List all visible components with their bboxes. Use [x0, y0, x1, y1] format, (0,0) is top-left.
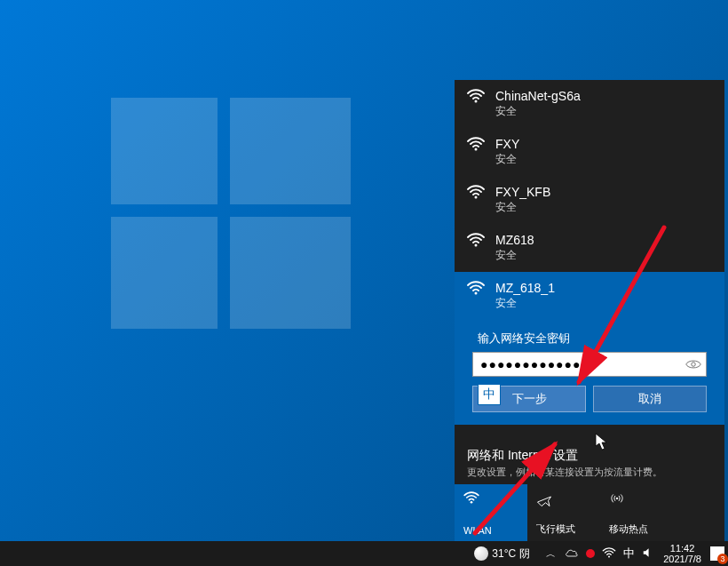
taskbar: 31°C 阴 ︿ 中 11:42 2021/7/8 3	[0, 541, 728, 566]
network-security: 安全	[495, 200, 550, 215]
tray-group: 中	[565, 546, 654, 562]
tile-label: WLAN	[463, 525, 492, 536]
network-item[interactable]: ChinaNet-gS6a 安全	[455, 80, 724, 128]
wifi-icon	[467, 137, 485, 154]
tile-airplane[interactable]: 飞行模式	[527, 484, 600, 541]
taskbar-time: 11:42	[663, 543, 701, 554]
svg-point-6	[471, 501, 473, 504]
svg-point-0	[475, 100, 478, 103]
svg-point-2	[475, 196, 478, 199]
next-button[interactable]: 下一步	[472, 386, 586, 412]
weather-temp: 31°C	[492, 547, 516, 560]
network-name: MZ_618_1	[495, 281, 555, 296]
svg-point-5	[692, 363, 696, 367]
tray-overflow-icon[interactable]: ︿	[546, 547, 556, 561]
wifi-panel: ChinaNet-gS6a 安全 FXY 安全 FXY_KFB 安全	[455, 80, 724, 541]
airplane-icon	[536, 491, 552, 509]
cancel-button-label: 取消	[638, 391, 661, 407]
svg-point-1	[475, 148, 478, 151]
settings-title: 网络和 Internet 设置	[467, 448, 712, 464]
tile-hotspot[interactable]: 移动热点	[600, 484, 673, 541]
cancel-button[interactable]: 取消	[593, 386, 707, 412]
notification-badge: 3	[717, 554, 728, 564]
tile-label: 飞行模式	[536, 522, 575, 536]
network-item[interactable]: FXY 安全	[455, 128, 724, 176]
svg-point-3	[475, 244, 478, 247]
network-security: 安全	[495, 248, 534, 263]
network-name: MZ618	[495, 233, 534, 248]
taskbar-weather[interactable]: 31°C 阴	[474, 546, 530, 562]
ime-indicator[interactable]: 中	[623, 546, 635, 562]
network-security: 安全	[495, 152, 519, 167]
quick-tiles: WLAN 飞行模式 移动热点	[455, 484, 724, 541]
network-item[interactable]: FXY_KFB 安全	[455, 176, 724, 224]
network-item[interactable]: MZ618 安全	[455, 224, 724, 272]
record-icon[interactable]	[586, 549, 595, 558]
wifi-tray-icon[interactable]	[602, 547, 616, 561]
password-input[interactable]	[472, 352, 707, 377]
settings-subtitle: 更改设置，例如将某连接设置为按流量计费。	[467, 466, 712, 479]
network-name: FXY_KFB	[495, 185, 550, 200]
network-security: 安全	[495, 104, 581, 119]
next-button-label: 下一步	[512, 391, 547, 407]
wifi-icon	[463, 491, 479, 506]
wifi-icon	[467, 281, 485, 298]
hotspot-icon	[609, 491, 625, 509]
onedrive-icon[interactable]	[565, 547, 579, 561]
speaker-icon[interactable]	[642, 546, 654, 562]
network-name: ChinaNet-gS6a	[495, 89, 581, 104]
action-center-icon[interactable]: 3	[710, 546, 724, 561]
network-name: FXY	[495, 137, 519, 152]
reveal-password-icon[interactable]	[685, 356, 701, 375]
windows-logo	[111, 98, 351, 329]
password-prompt: 输入网络安全密钥	[478, 331, 712, 347]
tile-wlan[interactable]: WLAN	[455, 484, 527, 541]
connect-block: 输入网络安全密钥 中 下一步 取消	[455, 323, 724, 425]
network-item-selected[interactable]: MZ_618_1 安全	[455, 272, 724, 323]
svg-point-4	[475, 292, 478, 295]
svg-point-10	[608, 555, 610, 557]
network-settings-link[interactable]: 网络和 Internet 设置 更改设置，例如将某连接设置为按流量计费。	[455, 439, 724, 484]
wifi-icon	[467, 185, 485, 202]
taskbar-clock[interactable]: 11:42 2021/7/8	[663, 543, 701, 564]
weather-cond: 阴	[519, 546, 530, 562]
wifi-icon	[467, 89, 485, 106]
weather-icon	[474, 546, 488, 561]
network-list: ChinaNet-gS6a 安全 FXY 安全 FXY_KFB 安全	[455, 80, 724, 323]
svg-point-7	[616, 498, 618, 499]
tile-label: 移动热点	[609, 522, 648, 536]
wifi-icon	[467, 233, 485, 250]
taskbar-date: 2021/7/8	[663, 554, 701, 564]
network-security: 安全	[495, 296, 555, 311]
